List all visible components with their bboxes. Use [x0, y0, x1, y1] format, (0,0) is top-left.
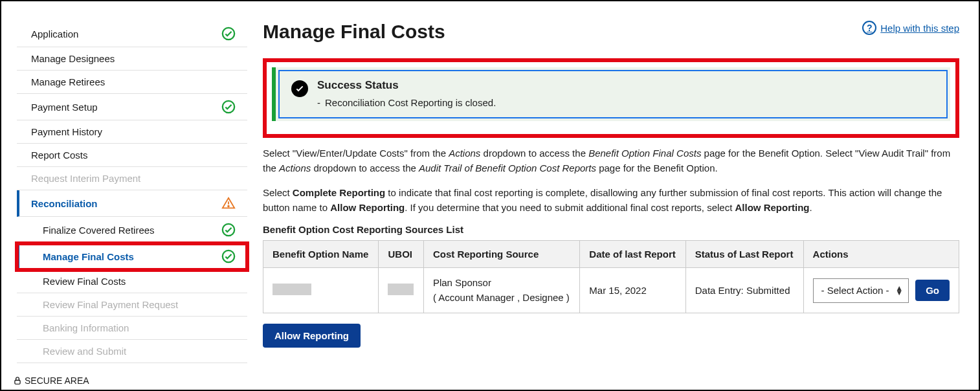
sidebar-item-finalize-covered-retirees[interactable]: Finalize Covered Retirees [17, 217, 247, 243]
allow-reporting-button[interactable]: Allow Reporting [263, 324, 361, 348]
check-icon [221, 27, 236, 41]
sidebar-item-label: Review Final Payment Request [43, 299, 178, 310]
help-link-label: Help with this step [880, 23, 959, 34]
success-check-icon [291, 80, 308, 97]
sidebar-item-label: Banking Information [43, 322, 129, 333]
sidebar-item-request-interim-payment: Request Interim Payment [17, 167, 247, 190]
sidebar-item-review-final-payment-request: Review Final Payment Request [17, 293, 247, 317]
sidebar-item-manage-retirees[interactable]: Manage Retirees [17, 71, 247, 94]
warning-icon [221, 196, 236, 210]
sidebar-item-label: Request Interim Payment [31, 173, 140, 184]
chevron-sort-icon: ▲▼ [895, 285, 903, 295]
sidebar-item-review-final-costs[interactable]: Review Final Costs [17, 270, 247, 293]
sidebar-item-label: Manage Final Costs [43, 251, 134, 262]
cell-date: Mar 15, 2022 [580, 268, 685, 313]
help-link[interactable]: ? Help with this step [862, 21, 959, 35]
sidebar-item-label: Review and Submit [43, 346, 126, 357]
col-benefit-option-name: Benefit Option Name [263, 241, 379, 268]
col-actions: Actions [803, 241, 959, 268]
cell-status: Data Entry: Submitted [685, 268, 803, 313]
sidebar-item-label: Report Costs [31, 150, 88, 161]
help-icon: ? [862, 21, 876, 35]
check-icon [221, 100, 236, 114]
sidebar-item-label: Review Final Costs [43, 276, 126, 287]
redacted-value [273, 284, 311, 295]
col-uboi: UBOI [379, 241, 423, 268]
go-button[interactable]: Go [915, 280, 950, 301]
sidebar-item-manage-designees[interactable]: Manage Designees [17, 47, 247, 71]
sidebar-item-review-and-submit: Review and Submit [17, 340, 247, 363]
sidebar-item-label: Application [31, 28, 78, 39]
sidebar-item-application[interactable]: Application [17, 21, 247, 47]
sidebar-item-label: Manage Retirees [31, 76, 105, 87]
alert-message: Reconciliation Cost Reporting is closed. [317, 97, 496, 108]
main-content: Manage Final Costs ? Help with this step… [247, 1, 979, 390]
sidebar-item-reconciliation[interactable]: Reconciliation [17, 190, 247, 217]
cell-benefit-option-name [263, 268, 379, 313]
cost-reporting-table: Benefit Option Name UBOI Cost Reporting … [263, 240, 959, 313]
sidebar-item-payment-setup[interactable]: Payment Setup [17, 94, 247, 120]
page-title: Manage Final Costs [263, 21, 445, 43]
sidebar-item-label: Manage Designees [31, 53, 115, 64]
svg-rect-6 [15, 380, 20, 384]
sidebar-item-payment-history[interactable]: Payment History [17, 120, 247, 144]
sidebar-item-manage-final-costs[interactable]: Manage Final Costs [17, 243, 247, 270]
cell-uboi [379, 268, 423, 313]
instructions-paragraph-1: Select "View/Enter/Update Costs" from th… [263, 146, 959, 176]
table-row: Plan Sponsor ( Account Manager , Designe… [263, 268, 959, 313]
sidebar-item-report-costs[interactable]: Report Costs [17, 144, 247, 167]
cell-actions: - Select Action - ▲▼ Go [803, 268, 959, 313]
instructions-paragraph-2: Select Complete Reporting to indicate th… [263, 185, 959, 216]
sidebar-item-label: Finalize Covered Retirees [43, 225, 155, 236]
col-date-last-report: Date of last Report [580, 241, 685, 268]
col-status-last-report: Status of Last Report [685, 241, 803, 268]
action-select[interactable]: - Select Action - ▲▼ [813, 278, 909, 303]
table-title: Benefit Option Cost Reporting Sources Li… [263, 224, 959, 235]
success-alert: Success Status Reconciliation Cost Repor… [272, 67, 950, 121]
action-select-value: - Select Action - [821, 285, 889, 296]
alert-title: Success Status [317, 79, 496, 92]
check-icon [221, 249, 236, 263]
svg-point-3 [228, 206, 229, 207]
sidebar-nav: Application Manage Designees Manage Reti… [1, 1, 247, 390]
sidebar-item-label: Payment Setup [31, 102, 98, 113]
lock-icon [13, 376, 22, 385]
redacted-value [388, 284, 414, 295]
sidebar-item-label: Payment History [31, 126, 102, 137]
cell-source: Plan Sponsor ( Account Manager , Designe… [423, 268, 579, 313]
col-cost-reporting-source: Cost Reporting Source [423, 241, 579, 268]
sidebar-item-banking-information: Banking Information [17, 317, 247, 340]
check-icon [221, 223, 236, 237]
success-alert-highlight: Success Status Reconciliation Cost Repor… [263, 58, 959, 138]
secure-area-label: SECURE AREA [13, 375, 89, 386]
sidebar-item-label: Reconciliation [31, 198, 98, 209]
